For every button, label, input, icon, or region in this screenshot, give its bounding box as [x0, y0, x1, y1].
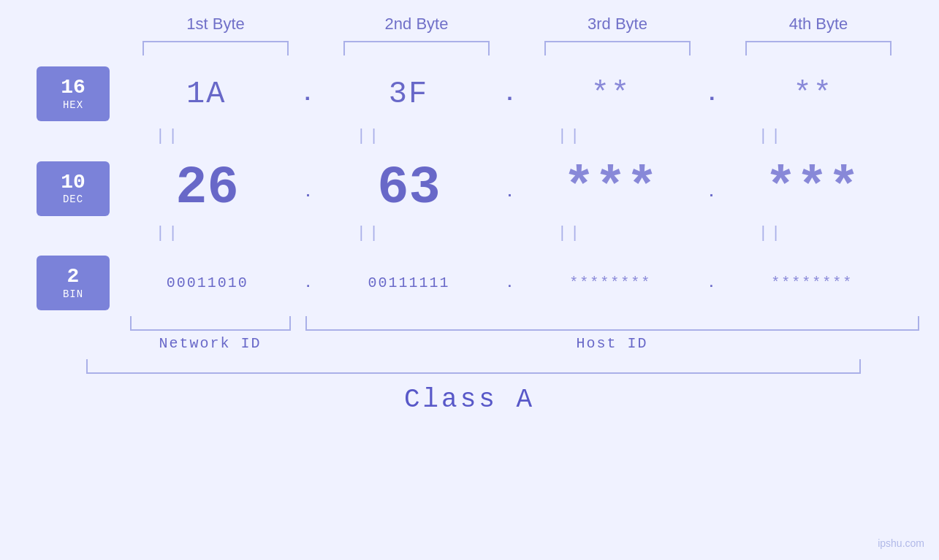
- dot-sep-bin2: .: [506, 276, 514, 291]
- network-id-label: Network ID: [130, 335, 291, 352]
- host-id-label: Host ID: [305, 335, 919, 352]
- full-bottom-bracket: [86, 359, 861, 374]
- dot-sep-d3: .: [707, 184, 715, 201]
- byte2-header: 2nd Byte: [343, 15, 490, 34]
- bin-base-name: BIN: [63, 288, 83, 300]
- byte4-header: 4th Byte: [745, 15, 892, 34]
- hex-values: 1A . 3F . ** . **: [110, 77, 910, 112]
- hex-base-label: 16 HEX: [37, 66, 110, 121]
- bin-base-label: 2 BIN: [37, 256, 110, 310]
- equals-row-1: || || || ||: [68, 127, 872, 145]
- eq2-b3: ||: [497, 224, 643, 242]
- bracket-byte1: [142, 41, 289, 55]
- dec-base-name: DEC: [63, 193, 83, 205]
- dot-sep-h3: .: [705, 82, 718, 107]
- eq2-b1: ||: [95, 224, 241, 242]
- eq1-b4: ||: [698, 127, 844, 145]
- hex-byte1: 1A: [133, 77, 279, 112]
- hex-base-name: HEX: [63, 99, 83, 111]
- dec-base-num: 10: [61, 172, 85, 194]
- dec-byte2: 63: [335, 158, 482, 218]
- bin-byte1: 00011010: [134, 275, 281, 291]
- host-id-bracket: [305, 316, 919, 331]
- watermark: ipshu.com: [878, 537, 924, 549]
- dec-byte1: 26: [134, 158, 280, 218]
- bottom-bracket-container: [115, 316, 919, 331]
- dec-base-label: 10 DEC: [37, 161, 110, 216]
- dec-byte4: ***: [739, 158, 885, 218]
- class-label: Class A: [404, 385, 535, 415]
- bracket-byte3: [544, 41, 691, 55]
- dot-sep-bin1: .: [304, 276, 312, 291]
- hex-byte4: **: [740, 77, 886, 112]
- main-container: 1st Byte 2nd Byte 3rd Byte 4th Byte 16 H…: [0, 0, 939, 560]
- byte-headers: 1st Byte 2nd Byte 3rd Byte 4th Byte: [115, 15, 919, 34]
- hex-byte3: **: [538, 77, 684, 112]
- dec-values: 26 . 63 . *** . ***: [110, 158, 910, 218]
- eq1-b2: ||: [296, 127, 442, 145]
- network-id-bracket: [130, 316, 291, 331]
- dot-sep-bin3: .: [707, 276, 715, 291]
- equals-row-2: || || || ||: [68, 224, 872, 242]
- eq2-b2: ||: [296, 224, 442, 242]
- id-labels-row: Network ID Host ID: [115, 335, 919, 352]
- dot-sep-h1: .: [301, 82, 314, 107]
- eq2-b4: ||: [698, 224, 844, 242]
- dec-row: 10 DEC 26 . 63 . *** . ***: [0, 158, 939, 218]
- bin-row: 2 BIN 00011010 . 00111111 . ******** . *…: [0, 256, 939, 310]
- top-brackets: [115, 41, 919, 55]
- bin-byte2: 00111111: [336, 275, 482, 291]
- hex-base-num: 16: [61, 77, 85, 99]
- hex-byte2: 3F: [335, 77, 482, 112]
- hex-row: 16 HEX 1A . 3F . ** . **: [0, 66, 939, 121]
- dot-sep-h2: .: [503, 82, 516, 107]
- bin-byte3: ********: [537, 275, 683, 291]
- bracket-byte4: [745, 41, 892, 55]
- byte1-header: 1st Byte: [142, 15, 289, 34]
- bin-base-num: 2: [67, 266, 80, 288]
- dot-sep-d2: .: [505, 184, 514, 201]
- dot-sep-d1: .: [303, 184, 312, 201]
- byte3-header: 3rd Byte: [544, 15, 691, 34]
- dec-byte3: ***: [537, 158, 683, 218]
- eq1-b3: ||: [497, 127, 643, 145]
- eq1-b1: ||: [95, 127, 241, 145]
- bin-values: 00011010 . 00111111 . ******** . *******…: [110, 275, 910, 291]
- bin-byte4: ********: [739, 275, 885, 291]
- bracket-byte2: [343, 41, 490, 55]
